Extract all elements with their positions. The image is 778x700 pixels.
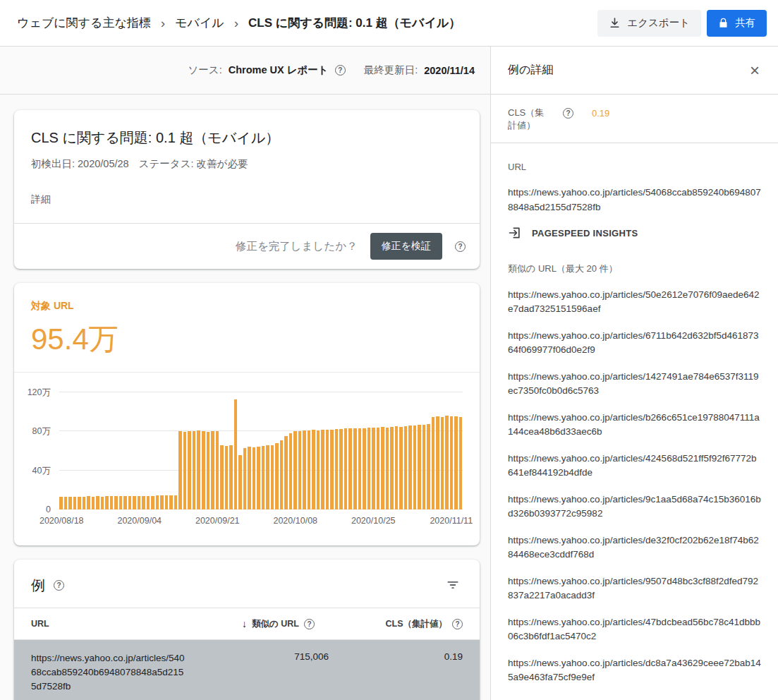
chart-bar[interactable]: [284, 436, 288, 509]
chart-bar[interactable]: [271, 445, 274, 509]
chart-bar[interactable]: [321, 430, 324, 509]
chart-bar[interactable]: [418, 425, 421, 509]
chart-bar[interactable]: [312, 430, 315, 509]
chart-bar[interactable]: [193, 431, 196, 509]
chart-bar[interactable]: [390, 427, 394, 509]
chart-bar[interactable]: [211, 431, 214, 509]
chart-bar[interactable]: [243, 448, 247, 509]
chart-bar[interactable]: [68, 497, 72, 509]
chart-bar[interactable]: [183, 432, 187, 509]
chart-bar[interactable]: [216, 431, 219, 509]
chart-bar[interactable]: [253, 447, 256, 509]
chart-bar[interactable]: [399, 427, 403, 509]
chart-bar[interactable]: [160, 495, 164, 509]
chart-bar[interactable]: [441, 417, 444, 509]
chart-bar[interactable]: [367, 428, 371, 509]
help-icon[interactable]: ?: [54, 580, 64, 591]
help-icon[interactable]: ?: [452, 619, 463, 629]
chart-bar[interactable]: [64, 497, 68, 509]
chart-bar[interactable]: [326, 430, 329, 509]
chart-bar[interactable]: [133, 496, 136, 509]
verify-fix-button[interactable]: 修正を検証: [370, 233, 442, 260]
chart-bar[interactable]: [395, 426, 399, 509]
export-button[interactable]: エクスポート: [597, 10, 701, 37]
chart-bar[interactable]: [169, 495, 173, 509]
chart-bar[interactable]: [353, 428, 357, 509]
column-header-cls[interactable]: CLS（集計値） ?: [315, 618, 463, 630]
chart-bar[interactable]: [335, 429, 339, 509]
chart-bar[interactable]: [207, 432, 210, 509]
chart-bar[interactable]: [156, 495, 159, 509]
chart-bar[interactable]: [96, 496, 99, 509]
chart-bar[interactable]: [105, 496, 109, 509]
chart-bar[interactable]: [178, 431, 182, 509]
chart-bar[interactable]: [101, 497, 104, 509]
chart-bar[interactable]: [358, 428, 362, 510]
chart-bar[interactable]: [78, 497, 81, 509]
chart-bar[interactable]: [348, 428, 352, 509]
help-icon[interactable]: ?: [304, 619, 315, 629]
share-button[interactable]: 共有: [707, 10, 767, 37]
chart-bar[interactable]: [262, 446, 265, 509]
chart-bar[interactable]: [386, 428, 389, 509]
close-icon[interactable]: ×: [750, 62, 760, 79]
chart-bar[interactable]: [92, 497, 95, 509]
chart-bar[interactable]: [165, 495, 169, 509]
chart-bar[interactable]: [266, 445, 269, 509]
chart-bar[interactable]: [114, 496, 118, 509]
details-link[interactable]: 詳細: [31, 193, 51, 206]
chart-bar[interactable]: [110, 496, 114, 509]
chart-bar[interactable]: [174, 495, 178, 509]
chart-bar[interactable]: [225, 446, 229, 509]
breadcrumb-item-core-web-vitals[interactable]: ウェブに関する主な指標: [17, 15, 151, 31]
chart-bar[interactable]: [377, 428, 380, 509]
chart-bar[interactable]: [275, 443, 279, 509]
chart-bar[interactable]: [142, 496, 145, 509]
chart-bar[interactable]: [83, 497, 86, 509]
chart-bar[interactable]: [298, 431, 302, 509]
chart-bar[interactable]: [220, 445, 224, 509]
chart-bar[interactable]: [423, 425, 426, 509]
chart-bar[interactable]: [330, 430, 334, 509]
chart-bar[interactable]: [308, 430, 311, 509]
chart-bar[interactable]: [303, 430, 306, 509]
chart-bar[interactable]: [119, 496, 123, 509]
chart-bar[interactable]: [381, 427, 384, 509]
chart-bar[interactable]: [188, 431, 191, 509]
chart-bar[interactable]: [87, 496, 90, 509]
column-header-similar-urls[interactable]: ↓ 類似の URL ?: [216, 618, 315, 630]
chart-bar[interactable]: [238, 455, 242, 509]
chart-bar[interactable]: [413, 426, 417, 509]
chart-bar[interactable]: [344, 428, 348, 509]
chart-bar[interactable]: [280, 440, 284, 509]
pagespeed-insights-link[interactable]: PAGESPEED INSIGHTS: [508, 226, 761, 240]
chart-bar[interactable]: [459, 417, 463, 509]
chart-bar[interactable]: [202, 431, 205, 509]
chart-bar[interactable]: [128, 496, 132, 509]
chart-bar[interactable]: [73, 497, 77, 509]
chart-bar[interactable]: [234, 399, 238, 509]
chart-bar[interactable]: [289, 433, 293, 509]
chart-bar[interactable]: [408, 426, 412, 509]
chart-bar[interactable]: [427, 424, 430, 509]
table-row[interactable]: https://news.yahoo.co.jp/articles/54068c…: [14, 640, 480, 700]
chart-bar[interactable]: [404, 426, 408, 509]
help-icon[interactable]: ?: [335, 65, 346, 76]
breadcrumb-item-mobile[interactable]: モバイル: [175, 15, 224, 31]
chart-bar[interactable]: [454, 416, 458, 509]
filter-button[interactable]: [443, 575, 463, 595]
chart-bar[interactable]: [229, 445, 233, 509]
chart-bar[interactable]: [432, 417, 435, 509]
chart-bar[interactable]: [151, 496, 154, 509]
help-icon[interactable]: ?: [455, 241, 466, 252]
chart-bar[interactable]: [59, 497, 63, 509]
help-icon[interactable]: ?: [563, 108, 573, 119]
chart-bar[interactable]: [450, 416, 454, 509]
chart-bar[interactable]: [248, 447, 251, 509]
chart-bar[interactable]: [436, 416, 439, 509]
chart-bar[interactable]: [123, 496, 127, 509]
chart-bar[interactable]: [293, 431, 297, 509]
chart-bar[interactable]: [372, 428, 375, 509]
chart-bar[interactable]: [317, 430, 320, 509]
chart-bar[interactable]: [363, 428, 366, 509]
